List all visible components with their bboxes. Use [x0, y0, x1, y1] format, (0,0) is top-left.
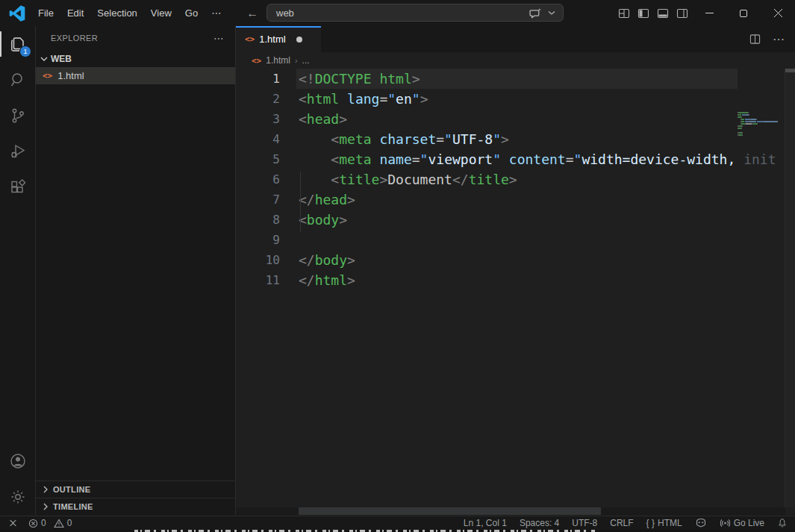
notifications-button[interactable] [777, 518, 788, 528]
breadcrumb-tail[interactable]: ... [302, 55, 310, 66]
error-count: 0 [41, 518, 46, 528]
run-debug-icon [9, 143, 27, 160]
editor-group: <> 1.html ⋯ <> 1.html › ... 1<!DOCTYPE h… [236, 26, 795, 515]
title-bar: File Edit Selection View Go ⋯ ← → web [0, 0, 795, 26]
menu-item-edit[interactable]: Edit [60, 0, 90, 26]
customize-layout-icon[interactable] [614, 0, 634, 26]
explorer-activity-button[interactable]: 1 [0, 26, 35, 62]
menu-overflow-icon[interactable]: ⋯ [205, 0, 228, 26]
line-number: 3 [236, 112, 280, 126]
code-text: </body> [299, 250, 355, 270]
html-file-icon: <> [43, 71, 52, 81]
outline-label: OUTLINE [53, 485, 90, 494]
code-line[interactable]: 3<head> [236, 109, 795, 129]
html-file-icon: <> [245, 34, 255, 44]
code-line[interactable]: 1<!DOCTYPE html> [236, 69, 795, 89]
eol-setting[interactable]: CRLF [610, 518, 633, 528]
code-text: <html lang="en"> [299, 89, 428, 109]
back-arrow-icon[interactable]: ← [244, 7, 261, 20]
vertical-scrollbar-slider[interactable] [785, 69, 795, 72]
maximize-button[interactable] [726, 0, 761, 26]
menu-item-view[interactable]: View [144, 0, 178, 26]
horizontal-scrollbar-slider[interactable] [299, 507, 601, 515]
line-number: 5 [236, 152, 280, 166]
modified-indicator[interactable] [296, 37, 302, 43]
code-line[interactable]: 11</html> [236, 270, 795, 290]
warning-count: 0 [67, 518, 72, 528]
editor-more-actions-icon[interactable]: ⋯ [773, 32, 785, 46]
status-bar: 0 0 Ln 1, Col 1 Spaces: 4 UTF-8 CRLF { }… [0, 516, 795, 530]
menu-item-selection[interactable]: Selection [90, 0, 143, 26]
breadcrumb-separator-icon: › [295, 56, 298, 65]
explorer-sidebar: EXPLORER ⋯ WEB <> 1.html OUTLINE TIMELIN… [36, 26, 236, 515]
accounts-button[interactable] [0, 443, 35, 479]
split-editor-icon[interactable] [749, 34, 761, 45]
bell-icon [777, 518, 788, 528]
explorer-more-actions-icon[interactable]: ⋯ [213, 32, 225, 44]
vscode-window: File Edit Selection View Go ⋯ ← → web [0, 0, 795, 532]
code-text: <head> [299, 109, 347, 129]
toggle-primary-sidebar-icon[interactable] [634, 0, 653, 26]
chevron-down-icon[interactable] [548, 10, 555, 16]
settings-button[interactable] [0, 479, 35, 515]
explorer-title: EXPLORER [51, 34, 213, 43]
copilot-status[interactable] [695, 518, 707, 528]
code-editor[interactable]: 1<!DOCTYPE html>2<html lang="en">3<head>… [236, 69, 795, 507]
extensions-icon [9, 178, 27, 196]
search-icon [9, 71, 27, 89]
breadcrumb-file[interactable]: 1.html [266, 55, 290, 66]
toggle-secondary-sidebar-icon[interactable] [673, 0, 692, 26]
code-line[interactable]: 5 <meta name="viewport" content="width=d… [236, 149, 795, 169]
code-line[interactable]: 9 [236, 230, 795, 250]
outline-section[interactable]: OUTLINE [36, 481, 235, 498]
menu-bar: File Edit Selection View Go ⋯ [31, 0, 228, 26]
copilot-icon [695, 518, 707, 528]
chevron-right-icon [42, 485, 49, 494]
file-row-1html[interactable]: <> 1.html [36, 67, 235, 84]
run-debug-activity-button[interactable] [0, 134, 35, 169]
folder-name: WEB [51, 54, 72, 64]
encoding-setting[interactable]: UTF-8 [572, 518, 597, 528]
extensions-activity-button[interactable] [0, 169, 35, 205]
search-value: web [276, 7, 529, 19]
remote-indicator[interactable] [7, 518, 18, 528]
copilot-chat-icon[interactable] [529, 7, 542, 19]
problems-indicator[interactable]: 0 0 [28, 518, 72, 528]
indentation-setting[interactable]: Spaces: 4 [520, 518, 559, 528]
code-text: </html> [299, 270, 355, 290]
timeline-section[interactable]: TIMELINE [36, 498, 235, 515]
tab-1html[interactable]: <> 1.html [236, 26, 321, 52]
code-lines: 1<!DOCTYPE html>2<html lang="en">3<head>… [236, 69, 795, 290]
language-mode[interactable]: { } HTML [646, 518, 682, 528]
code-line[interactable]: 10</body> [236, 250, 795, 270]
search-activity-button[interactable] [0, 62, 35, 98]
code-line[interactable]: 7</head> [236, 190, 795, 210]
code-line[interactable]: 2<html lang="en"> [236, 89, 795, 109]
code-line[interactable]: 8<body> [236, 210, 795, 230]
source-control-activity-button[interactable] [0, 98, 35, 134]
toggle-panel-icon[interactable] [653, 0, 673, 26]
vertical-scrollbar[interactable] [785, 69, 795, 507]
menu-item-file[interactable]: File [31, 0, 60, 26]
tab-bar: <> 1.html ⋯ [236, 26, 795, 52]
line-number: 10 [236, 253, 280, 267]
vscode-logo-icon [9, 5, 25, 22]
code-text: </head> [299, 190, 355, 210]
code-line[interactable]: 6 <title>Document</title> [236, 169, 795, 190]
minimap[interactable] [738, 112, 784, 137]
line-number: 8 [236, 213, 280, 227]
line-number: 6 [236, 172, 280, 187]
chevron-right-icon [42, 502, 49, 511]
folder-row-web[interactable]: WEB [36, 50, 235, 67]
activity-bar: 1 [0, 26, 36, 515]
cursor-position[interactable]: Ln 1, Col 1 [464, 518, 507, 528]
go-live-button[interactable]: Go Live [720, 518, 764, 528]
close-button[interactable] [761, 0, 795, 26]
code-text: <meta name="viewport" content="width=dev… [299, 149, 776, 169]
menu-item-go[interactable]: Go [178, 0, 205, 26]
code-line[interactable]: 4 <meta charset="UTF-8"> [236, 129, 795, 149]
file-name: 1.html [57, 70, 84, 81]
minimize-button[interactable] [692, 0, 726, 26]
command-center-search[interactable]: web [266, 4, 564, 22]
indent-guide [300, 172, 301, 232]
